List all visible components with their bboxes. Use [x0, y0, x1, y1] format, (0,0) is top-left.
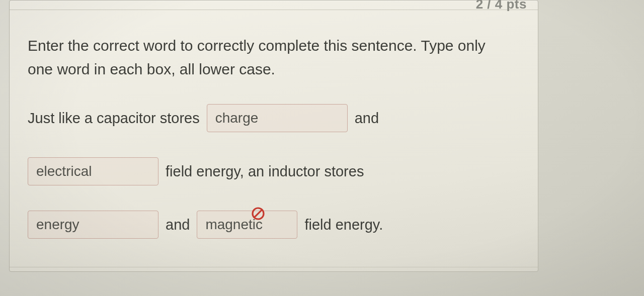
answer-blank-3[interactable]: energy — [28, 211, 158, 239]
screen: 2 / 4 pts Enter the correct word to corr… — [0, 0, 644, 296]
answer-blank-1[interactable]: charge — [207, 104, 348, 132]
answer-text: electrical — [36, 163, 92, 179]
sentence-fragment: field energy. — [304, 217, 383, 233]
sentence-row-3: energy and magnetic field energy. — [28, 211, 383, 239]
sentence-fragment: Just like a capacitor stores — [28, 110, 200, 127]
question-instructions: Enter the correct word to correctly comp… — [28, 34, 491, 81]
answer-blank-4[interactable]: magnetic — [197, 211, 297, 239]
card-footer — [10, 267, 538, 271]
points-label: 2 / 4 pts — [476, 0, 527, 12]
question-card: 2 / 4 pts Enter the correct word to corr… — [9, 0, 538, 272]
answer-text: energy — [36, 217, 79, 233]
answer-blank-2[interactable]: electrical — [28, 157, 158, 185]
card-body: Enter the correct word to correctly comp… — [10, 10, 538, 267]
sentence-row-1: Just like a capacitor stores charge and — [28, 104, 379, 132]
sentence-row-2: electrical field energy, an inductor sto… — [28, 157, 364, 185]
answer-text: charge — [215, 110, 259, 126]
svg-line-1 — [255, 210, 262, 217]
sentence-fragment: and — [166, 217, 190, 233]
sentence-fragment: field energy, an inductor stores — [166, 163, 364, 180]
sentence-fragment: and — [355, 110, 379, 127]
fill-in-sentence: Just like a capacitor stores charge and … — [28, 104, 520, 239]
prohibited-icon — [251, 206, 266, 221]
card-header: 2 / 4 pts — [10, 1, 538, 10]
